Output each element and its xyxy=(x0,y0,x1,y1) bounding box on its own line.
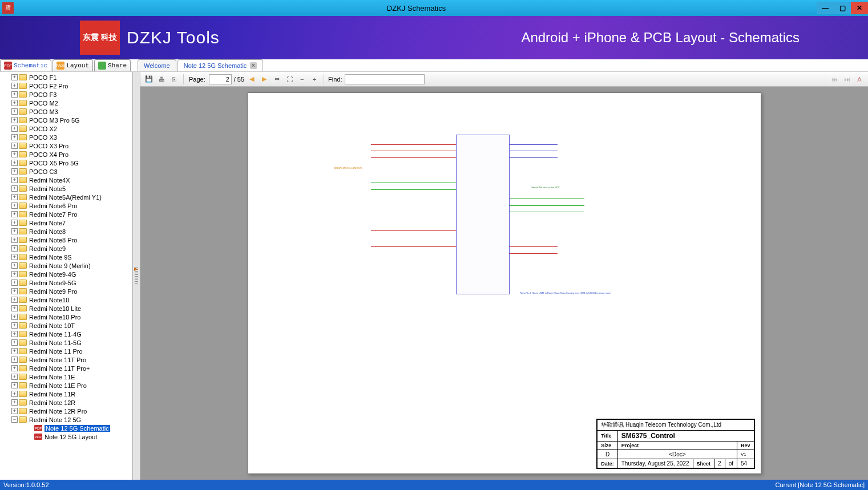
expand-icon[interactable] xyxy=(11,339,18,346)
expand-icon[interactable] xyxy=(11,391,18,397)
find-next-icon[interactable]: ⏭ xyxy=(842,74,852,84)
tree-item[interactable]: Redmi Note 12R xyxy=(0,398,132,407)
fit-width-icon[interactable]: ⇔ xyxy=(272,74,282,84)
expand-icon[interactable] xyxy=(11,194,18,200)
tree-item[interactable]: Redmi Note8 xyxy=(0,227,132,236)
tree-item[interactable]: Redmi Note10 Lite xyxy=(0,304,132,313)
expand-icon[interactable] xyxy=(11,382,18,388)
expand-icon[interactable] xyxy=(11,408,18,414)
tree-item[interactable]: Redmi Note9 Pro xyxy=(0,287,132,295)
zoom-in-icon[interactable]: + xyxy=(309,74,320,84)
expand-icon[interactable] xyxy=(11,134,18,140)
maximize-button[interactable]: ▢ xyxy=(834,2,851,14)
tree-item[interactable]: Redmi Note 9 (Merlin) xyxy=(0,261,132,270)
expand-icon[interactable] xyxy=(11,262,18,269)
tree-item[interactable]: Redmi Note7 Pro xyxy=(0,210,132,218)
text-tool-icon[interactable]: A xyxy=(854,74,865,84)
expand-icon[interactable] xyxy=(11,297,18,303)
tree-item[interactable]: Redmi Note4X xyxy=(0,176,132,184)
tree-item-file[interactable]: PDFNote 12 5G Schematic xyxy=(0,424,132,432)
tree-item[interactable]: POCO C3 xyxy=(0,167,132,176)
tab-share[interactable]: Share xyxy=(94,59,131,71)
tree-item[interactable]: Redmi Note 12R Pro xyxy=(0,407,132,415)
close-icon[interactable]: ✕ xyxy=(250,62,257,69)
collapse-icon[interactable] xyxy=(11,416,18,423)
doc-tab-active[interactable]: Note 12 5G Schematic ✕ xyxy=(177,59,264,71)
tab-layout[interactable]: PADS Layout xyxy=(53,59,93,71)
print-icon[interactable]: 🖶 xyxy=(156,74,167,84)
tree-item[interactable]: POCO X5 Pro 5G xyxy=(0,159,132,167)
copy-icon[interactable]: ⎘ xyxy=(169,74,179,84)
expand-icon[interactable] xyxy=(11,91,18,98)
tree-item[interactable]: Redmi Note 11-4G xyxy=(0,330,132,338)
tree-item[interactable]: Redmi Note10 xyxy=(0,295,132,304)
tree-item[interactable]: POCO X4 Pro xyxy=(0,150,132,159)
expand-icon[interactable] xyxy=(11,151,18,157)
expand-icon[interactable] xyxy=(11,348,18,354)
tree-item[interactable]: Redmi Note 11E xyxy=(0,372,132,381)
expand-icon[interactable] xyxy=(11,220,18,226)
tree-item[interactable]: Redmi Note 11R xyxy=(0,390,132,398)
find-input[interactable] xyxy=(345,74,425,84)
tree-item[interactable]: Redmi Note 11T Pro xyxy=(0,355,132,364)
expand-icon[interactable] xyxy=(11,305,18,311)
tree-item[interactable]: POCO X2 xyxy=(0,124,132,133)
close-button[interactable]: ✕ xyxy=(851,2,868,14)
expand-icon[interactable] xyxy=(11,117,18,123)
expand-icon[interactable] xyxy=(11,203,18,209)
next-page-icon[interactable]: ▶ xyxy=(259,74,269,84)
tree-item[interactable]: POCO F2 Pro xyxy=(0,82,132,90)
expand-icon[interactable] xyxy=(11,280,18,286)
tree-item[interactable]: POCO X3 Pro xyxy=(0,141,132,150)
expand-icon[interactable] xyxy=(11,245,18,252)
page-number-input[interactable] xyxy=(209,74,232,84)
tree-item[interactable]: Redmi Note 11E Pro xyxy=(0,381,132,390)
expand-icon[interactable] xyxy=(11,374,18,380)
tree-item[interactable]: Redmi Note9 xyxy=(0,244,132,253)
tree-item[interactable]: Redmi Note 11 Pro xyxy=(0,347,132,355)
save-icon[interactable]: 💾 xyxy=(144,74,154,84)
expand-icon[interactable] xyxy=(11,83,18,89)
expand-icon[interactable] xyxy=(11,365,18,371)
splitter[interactable] xyxy=(132,72,140,480)
expand-icon[interactable] xyxy=(11,228,18,234)
tree-item[interactable]: Redmi Note 12 5G xyxy=(0,415,132,424)
zoom-out-icon[interactable]: − xyxy=(297,74,307,84)
tree-item[interactable]: Redmi Note6 Pro xyxy=(0,201,132,210)
expand-icon[interactable] xyxy=(11,185,18,192)
find-prev-icon[interactable]: ⏮ xyxy=(829,74,839,84)
tab-schematic[interactable]: PDF Schematic xyxy=(0,59,51,71)
expand-icon[interactable] xyxy=(11,143,18,149)
expand-icon[interactable] xyxy=(11,331,18,337)
expand-icon[interactable] xyxy=(11,399,18,406)
tree-item[interactable]: Redmi Note 11T Pro+ xyxy=(0,364,132,372)
page-canvas[interactable]: SM6375 MISCELLANEOUS Please Wifi near to… xyxy=(140,87,868,480)
tree-item[interactable]: Redmi Note9-5G xyxy=(0,278,132,287)
expand-icon[interactable] xyxy=(11,211,18,217)
expand-icon[interactable] xyxy=(11,237,18,243)
tree-item[interactable]: POCO F3 xyxy=(0,90,132,99)
expand-icon[interactable] xyxy=(11,125,18,132)
tree-item-file[interactable]: PDFNote 12 5G Layout xyxy=(0,432,132,441)
fit-page-icon[interactable]: ⛶ xyxy=(284,74,294,84)
tree-item[interactable]: Redmi Note10 Pro xyxy=(0,313,132,321)
tree-item[interactable]: POCO X3 xyxy=(0,133,132,141)
tree-item[interactable]: POCO M3 xyxy=(0,107,132,116)
expand-icon[interactable] xyxy=(11,100,18,106)
tree-item[interactable]: Redmi Note8 Pro xyxy=(0,236,132,244)
expand-icon[interactable] xyxy=(11,160,18,166)
expand-icon[interactable] xyxy=(11,288,18,294)
expand-icon[interactable] xyxy=(11,314,18,320)
tree-item[interactable]: Redmi Note 11-5G xyxy=(0,338,132,347)
tree-item[interactable]: Redmi Note 10T xyxy=(0,321,132,330)
expand-icon[interactable] xyxy=(11,254,18,260)
doc-tab-welcome[interactable]: Welcome xyxy=(138,59,176,71)
expand-icon[interactable] xyxy=(11,168,18,175)
tree-item[interactable]: Redmi Note7 xyxy=(0,218,132,227)
tree-item[interactable]: Redmi Note 9S xyxy=(0,253,132,261)
tree-item[interactable]: Redmi Note5 xyxy=(0,184,132,193)
tree-item[interactable]: Redmi Note5A(Redmi Y1) xyxy=(0,193,132,201)
minimize-button[interactable]: — xyxy=(817,2,834,14)
tree-sidebar[interactable]: POCO F1POCO F2 ProPOCO F3POCO M2POCO M3P… xyxy=(0,72,132,480)
expand-icon[interactable] xyxy=(11,271,18,277)
